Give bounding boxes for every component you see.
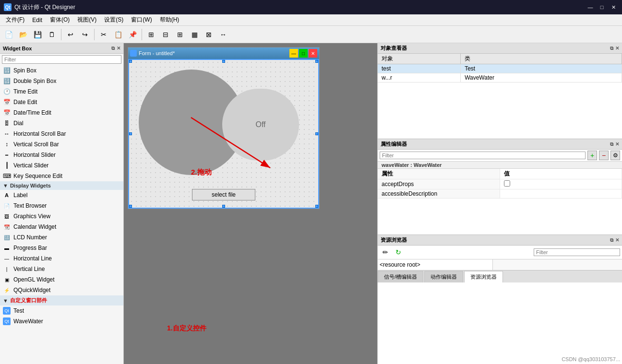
tab-resource-browser[interactable]: 资源浏览器 bbox=[464, 271, 503, 282]
form-min-btn[interactable]: — bbox=[289, 49, 298, 58]
widget-item-hline[interactable]: — Horizontal Line bbox=[0, 253, 123, 264]
toolbar-save[interactable]: 💾 bbox=[31, 28, 44, 41]
widget-item-dateedit[interactable]: 📅 Date Edit bbox=[0, 97, 123, 107]
widget-item-textbrowser[interactable]: 📄 Text Browser bbox=[0, 200, 123, 211]
tab-signal-slot[interactable]: 信号/槽编辑器 bbox=[378, 271, 423, 282]
panel-float-btn[interactable]: ⧉ bbox=[111, 46, 115, 51]
form-content[interactable]: Off select file bbox=[128, 59, 319, 209]
toolbar-undo[interactable]: ↩ bbox=[64, 28, 77, 41]
resource-browser-float[interactable]: ⧉ bbox=[610, 237, 613, 243]
maximize-button[interactable]: □ bbox=[597, 2, 607, 12]
widget-label-graphicsview: Graphics View bbox=[13, 213, 50, 220]
resource-pencil-btn[interactable]: ✏ bbox=[380, 247, 391, 258]
widget-item-vslider[interactable]: ┃ Vertical Slider bbox=[0, 160, 123, 171]
select-file-button[interactable]: select file bbox=[192, 189, 255, 200]
resize-handle-bl[interactable] bbox=[129, 205, 132, 208]
category-custom[interactable]: ▼ 自定义窗口部件 bbox=[0, 295, 123, 305]
widget-item-progressbar[interactable]: ▬ Progress Bar bbox=[0, 243, 123, 253]
widget-item-qquick[interactable]: ⚡ QQuickWidget bbox=[0, 285, 123, 295]
menu-settings[interactable]: 设置(S) bbox=[100, 15, 127, 25]
resize-handle-tc[interactable] bbox=[222, 60, 225, 63]
property-editor-close[interactable]: ✕ bbox=[615, 141, 619, 147]
widget-item-opengl[interactable]: ▣ OpenGL Widget bbox=[0, 274, 123, 285]
menu-view[interactable]: 视图(V) bbox=[73, 15, 100, 25]
menu-form[interactable]: 窗体(O) bbox=[46, 15, 73, 25]
property-configure-btn[interactable]: ⚙ bbox=[610, 151, 620, 160]
toolbar-layout-grid[interactable]: ⊞ bbox=[173, 28, 187, 41]
toolbar-copy[interactable]: 📋 bbox=[111, 28, 125, 41]
prop-val-acceptdrops[interactable] bbox=[500, 179, 622, 189]
form-window[interactable]: Form - untitled* — □ ✕ Off select file bbox=[128, 47, 320, 209]
toolbar-save2[interactable]: 🗒 bbox=[45, 28, 59, 41]
resize-handle-bc[interactable] bbox=[222, 205, 225, 208]
menu-file[interactable]: 文件(F) bbox=[2, 15, 28, 25]
property-filter-input[interactable] bbox=[380, 152, 586, 159]
toolbar-layout-form[interactable]: ▦ bbox=[188, 28, 201, 41]
menu-edit[interactable]: Edit bbox=[28, 16, 46, 24]
panel-close-btn[interactable]: ✕ bbox=[117, 46, 120, 51]
property-remove-btn[interactable]: − bbox=[599, 151, 609, 160]
category-display-widgets[interactable]: ▼ Display Widgets bbox=[0, 181, 123, 190]
property-add-btn[interactable]: + bbox=[587, 151, 597, 160]
resize-handle-ml[interactable] bbox=[129, 132, 132, 135]
toolbar-new[interactable]: 📄 bbox=[2, 28, 15, 41]
toolbar-redo[interactable]: ↪ bbox=[78, 28, 92, 41]
widget-item-keyseq[interactable]: ⌨ Key Sequence Edit bbox=[0, 171, 123, 181]
right-panels: 对象查看器 ⧉ ✕ 对象 类 test Test bbox=[377, 43, 622, 364]
widget-item-test[interactable]: Qt Test bbox=[0, 305, 123, 316]
resize-handle-tl[interactable] bbox=[129, 60, 132, 63]
widget-item-doublespinbox[interactable]: 🔢 Double Spin Box bbox=[0, 76, 123, 86]
widget-item-lcdnumber[interactable]: 🔢 LCD Number bbox=[0, 232, 123, 243]
toolbar-paste[interactable]: 📌 bbox=[126, 28, 139, 41]
menu-window[interactable]: 窗口(W) bbox=[127, 15, 156, 25]
resource-browser-close[interactable]: ✕ bbox=[615, 237, 619, 243]
property-row-accessibledesc[interactable]: accessibleDescription bbox=[378, 189, 622, 199]
widget-item-datetimeedit[interactable]: 📅 Date/Time Edit bbox=[0, 107, 123, 118]
property-section-header: waveWater : WaveWater bbox=[378, 162, 622, 169]
toolbar-adjust-size[interactable]: ↔ bbox=[216, 28, 230, 41]
form-max-btn[interactable]: □ bbox=[299, 49, 308, 58]
form-close-btn[interactable]: ✕ bbox=[309, 49, 317, 58]
toolbar-open[interactable]: 📂 bbox=[16, 28, 30, 41]
acceptdrops-checkbox[interactable] bbox=[504, 180, 510, 187]
widget-item-vline[interactable]: | Vertical Line bbox=[0, 264, 123, 274]
tab-action-editor[interactable]: 动作编辑器 bbox=[424, 271, 463, 282]
inspector-row-test[interactable]: test Test bbox=[378, 64, 622, 73]
menu-help[interactable]: 帮助(H) bbox=[156, 15, 183, 25]
inspector-row-wavewater[interactable]: w...r WaveWater bbox=[378, 73, 622, 82]
widget-item-vscrollbar[interactable]: ↕ Vertical Scroll Bar bbox=[0, 139, 123, 150]
resize-handle-tr[interactable] bbox=[315, 60, 318, 63]
property-editor-title: 属性编辑器 bbox=[381, 141, 407, 148]
minimize-button[interactable]: — bbox=[586, 2, 595, 12]
widget-item-wavewater[interactable]: Qt WaveWater bbox=[0, 316, 123, 327]
resource-root-item[interactable]: <resource root> bbox=[380, 261, 420, 268]
resource-filter-input[interactable] bbox=[534, 248, 620, 256]
widget-filter-input[interactable] bbox=[2, 55, 121, 64]
widget-item-dial[interactable]: 🎛 Dial bbox=[0, 118, 123, 129]
toolbar-layout-h[interactable]: ⊞ bbox=[144, 28, 158, 41]
widget-item-hscrollbar[interactable]: ↔ Horizontal Scroll Bar bbox=[0, 129, 123, 139]
widget-label-hline: Horizontal Line bbox=[13, 255, 52, 262]
widget-list: 🔢 Spin Box 🔢 Double Spin Box 🕐 Time Edit… bbox=[0, 65, 123, 364]
toolbar-layout-v[interactable]: ⊟ bbox=[159, 28, 172, 41]
toolbar-break-layout[interactable]: ⊠ bbox=[202, 28, 215, 41]
resize-handle-mr[interactable] bbox=[315, 132, 318, 135]
widget-item-graphicsview[interactable]: 🖼 Graphics View bbox=[0, 211, 123, 222]
widget-item-label[interactable]: A Label bbox=[0, 190, 123, 200]
property-editor-float[interactable]: ⧉ bbox=[610, 141, 613, 147]
close-button[interactable]: ✕ bbox=[609, 2, 618, 12]
resource-tree: <resource root> bbox=[378, 259, 493, 270]
widget-item-spinbox[interactable]: 🔢 Spin Box bbox=[0, 65, 123, 76]
widget-item-timeedit[interactable]: 🕐 Time Edit bbox=[0, 86, 123, 97]
datetimeedit-icon: 📅 bbox=[3, 109, 11, 117]
object-inspector-float[interactable]: ⧉ bbox=[610, 46, 613, 51]
vslider-icon: ┃ bbox=[3, 162, 11, 169]
widget-item-hslider[interactable]: ━ Horizontal Slider bbox=[0, 150, 123, 160]
object-inspector-close[interactable]: ✕ bbox=[615, 46, 619, 51]
property-row-acceptdrops[interactable]: acceptDrops bbox=[378, 179, 622, 189]
switch-off-widget[interactable]: Off bbox=[222, 89, 299, 161]
resize-handle-br[interactable] bbox=[315, 205, 318, 208]
resource-refresh-btn[interactable]: ↻ bbox=[393, 247, 404, 258]
widget-item-calendarwidget[interactable]: 📆 Calendar Widget bbox=[0, 222, 123, 232]
toolbar-cut[interactable]: ✂ bbox=[97, 28, 110, 41]
